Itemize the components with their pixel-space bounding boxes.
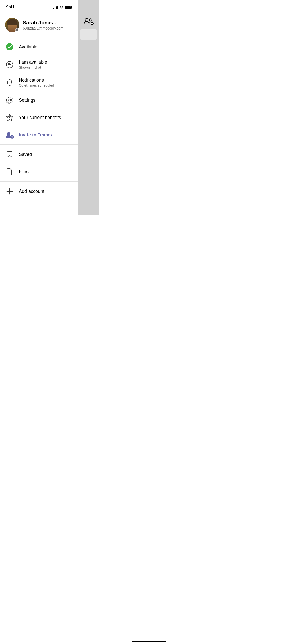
profile-info: Sarah Jonas › 69d2d271@moodjoy.com [23,20,73,30]
avatar-container [5,18,19,32]
right-panel-icon-area [78,0,99,27]
status-bar: 9:41 [0,0,78,13]
status-message-label: I am available [19,60,73,65]
add-team-icon[interactable] [83,16,94,27]
available-text: Available [19,44,73,50]
profile-section[interactable]: Sarah Jonas › 69d2d271@moodjoy.com [0,13,78,38]
right-panel [78,0,99,215]
notifications-text: Notifications Quiet times scheduled [19,78,73,87]
menu-item-notifications[interactable]: Notifications Quiet times scheduled [0,74,78,92]
notifications-label: Notifications [19,78,73,83]
files-icon [5,167,14,176]
add-account-list: Add account [0,183,78,200]
menu-item-saved[interactable]: Saved [0,146,78,163]
menu-item-benefits[interactable]: Your current benefits [0,109,78,126]
saved-text: Saved [19,152,73,157]
divider-1 [0,144,78,145]
app-screen: 9:41 [0,0,99,215]
benefits-label: Your current benefits [19,115,73,120]
status-time: 9:41 [6,5,15,10]
notifications-sublabel: Quiet times scheduled [19,83,73,87]
add-account-label: Add account [19,189,73,194]
profile-chevron: › [55,20,57,25]
files-text: Files [19,169,73,174]
status-message-icon [5,60,14,69]
menu-item-settings[interactable]: Settings [0,92,78,109]
svg-point-10 [9,99,11,101]
menu-item-status[interactable]: I am available Shown in chat [0,55,78,74]
files-label: Files [19,169,73,174]
add-account-text: Add account [19,189,73,194]
svg-point-0 [85,18,88,21]
benefits-text: Your current benefits [19,115,73,120]
svg-line-12 [8,116,10,118]
svg-line-13 [10,116,11,118]
secondary-menu-list: Saved Files [0,146,78,180]
notifications-icon [5,78,14,87]
online-status-dot [15,28,19,32]
available-label: Available [19,44,73,50]
battery-icon [65,6,72,9]
menu-item-available[interactable]: Available [0,38,78,55]
right-panel-button[interactable] [80,29,97,40]
invite-label: Invite to Teams [19,132,73,138]
profile-email: 69d2d271@moodjoy.com [23,26,73,30]
status-icons [53,5,72,9]
settings-text: Settings [19,98,73,103]
invite-text: Invite to Teams [19,132,73,138]
main-panel: 9:41 [0,0,78,200]
signal-icon [53,5,58,9]
settings-icon [5,96,14,105]
status-message-text: I am available Shown in chat [19,60,73,69]
status-message-sublabel: Shown in chat [19,65,73,69]
menu-item-invite[interactable]: Invite to Teams [0,126,78,143]
menu-item-files[interactable]: Files [0,163,78,180]
wifi-icon [59,6,64,9]
profile-name: Sarah Jonas [23,20,53,26]
profile-name-row: Sarah Jonas › [23,20,73,26]
add-account-icon [5,187,14,196]
svg-point-5 [6,43,13,50]
menu-list: Available I am available Shown in chat [0,38,78,143]
available-icon [5,42,14,51]
svg-point-1 [89,19,92,21]
svg-point-15 [7,132,10,136]
settings-label: Settings [19,98,73,103]
saved-icon [5,150,14,159]
invite-icon [5,130,14,139]
benefits-icon [5,113,14,122]
divider-2 [0,181,78,182]
menu-item-add-account[interactable]: Add account [0,183,78,200]
saved-label: Saved [19,152,73,157]
